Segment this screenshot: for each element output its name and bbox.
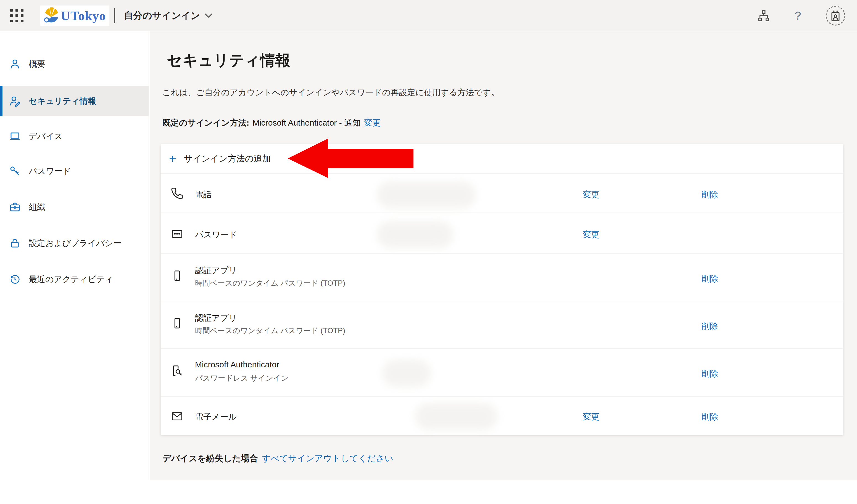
delete-link[interactable]: 削除 xyxy=(688,368,732,380)
briefcase-icon xyxy=(9,201,21,213)
delete-link[interactable]: 削除 xyxy=(688,273,732,284)
top-bar-actions: ? xyxy=(756,0,846,31)
method-name: パスワード xyxy=(195,229,237,240)
delete-link[interactable]: 削除 xyxy=(688,321,732,332)
utokyo-ginkgo-icon xyxy=(43,7,59,24)
method-name: 電子メール xyxy=(195,411,237,422)
mail-icon xyxy=(169,410,185,422)
change-link[interactable]: 変更 xyxy=(569,229,613,240)
mobile-icon xyxy=(169,317,185,330)
mobile-icon xyxy=(169,270,185,282)
laptop-icon xyxy=(9,130,21,142)
history-icon xyxy=(9,273,21,285)
header-divider xyxy=(114,8,115,23)
method-desc: パスワードレス サインイン xyxy=(195,373,288,383)
method-row-phone: 電話 変更 削除 xyxy=(161,174,843,213)
sidebar-item-security-info[interactable]: セキュリティ情報 xyxy=(0,86,149,116)
default-signin-method: 既定のサインイン方法: Microsoft Authenticator - 通知… xyxy=(163,117,381,128)
page-title: セキュリティ情報 xyxy=(167,50,290,71)
lock-icon xyxy=(9,237,21,249)
method-desc: 時間ベースのワンタイム パスワード (TOTP) xyxy=(195,326,345,336)
lost-device-label: デバイスを紛失した場合 xyxy=(163,453,258,464)
org-switcher-icon[interactable] xyxy=(756,8,771,23)
sidebar-item-label: 設定およびプライバシー xyxy=(29,238,121,249)
sidebar-item-label: パスワード xyxy=(29,166,71,177)
app-title: 自分のサインイン xyxy=(124,10,200,22)
utokyo-logo[interactable]: UTokyo xyxy=(40,5,110,26)
delete-link[interactable]: 削除 xyxy=(688,411,732,422)
default-method-change-link[interactable]: 変更 xyxy=(364,117,381,128)
sidebar-item-label: セキュリティ情報 xyxy=(29,95,96,107)
sidebar-item-settings-privacy[interactable]: 設定およびプライバシー xyxy=(0,228,149,258)
password-icon xyxy=(169,227,185,240)
key-icon xyxy=(9,165,21,177)
change-link[interactable]: 変更 xyxy=(569,411,613,422)
sidebar-item-recent-activity[interactable]: 最近のアクティビティ xyxy=(0,264,149,295)
method-row-email: 電子メール 変更 削除 xyxy=(161,397,843,435)
default-method-value: Microsoft Authenticator - 通知 xyxy=(252,117,361,128)
add-signin-method-button[interactable]: サインイン方法の追加 xyxy=(161,144,843,174)
method-name: Microsoft Authenticator xyxy=(195,360,279,369)
utokyo-wordmark: UTokyo xyxy=(61,8,106,23)
sidebar-item-label: デバイス xyxy=(29,131,63,142)
method-row-password: パスワード 変更 xyxy=(161,213,843,254)
authenticator-icon xyxy=(169,364,185,377)
person-icon xyxy=(9,58,21,70)
app-launcher-icon[interactable] xyxy=(9,8,25,24)
sidebar-item-label: 組織 xyxy=(29,202,45,213)
chevron-down-icon xyxy=(205,13,213,18)
sidebar-item-label: 最近のアクティビティ xyxy=(29,274,113,285)
change-link[interactable]: 変更 xyxy=(569,189,613,201)
method-desc: 時間ベースのワンタイム パスワード (TOTP) xyxy=(195,278,345,288)
sign-out-all-link[interactable]: すべてサインアウトしてください xyxy=(262,453,393,464)
redacted-value xyxy=(377,181,475,208)
account-badge-icon[interactable] xyxy=(825,5,846,26)
add-signin-method-label: サインイン方法の追加 xyxy=(184,153,271,164)
method-row-ms-authenticator: Microsoft Authenticator パスワードレス サインイン 削除 xyxy=(161,349,843,397)
method-row-totp-1: 認証アプリ 時間ベースのワンタイム パスワード (TOTP) 削除 xyxy=(161,254,843,301)
page-subtitle: これは、ご自分のアカウントへのサインインやパスワードの再設定に使用する方法です。 xyxy=(163,87,499,98)
person-edit-icon xyxy=(9,95,21,107)
top-bar: UTokyo 自分のサインイン ? xyxy=(0,0,857,31)
footer-strip xyxy=(0,480,857,504)
sidebar-item-label: 概要 xyxy=(29,58,45,70)
app-title-dropdown[interactable]: 自分のサインイン xyxy=(124,0,213,31)
phone-icon xyxy=(169,187,185,200)
signin-methods-card: サインイン方法の追加 電話 変更 削除 パスワード 変更 xyxy=(161,144,843,435)
method-row-totp-2: 認証アプリ 時間ベースのワンタイム パスワード (TOTP) 削除 xyxy=(161,301,843,349)
method-name: 認証アプリ xyxy=(195,265,237,276)
redacted-value xyxy=(415,403,497,430)
lost-device-line: デバイスを紛失した場合 すべてサインアウトしてください xyxy=(163,453,393,464)
method-name: 認証アプリ xyxy=(195,312,237,324)
redacted-value xyxy=(383,360,431,386)
sidebar-item-overview[interactable]: 概要 xyxy=(0,49,149,79)
help-icon[interactable]: ? xyxy=(791,8,805,23)
sidebar-item-organizations[interactable]: 組織 xyxy=(0,192,149,222)
redacted-value xyxy=(377,221,453,248)
sidebar-nav: 概要 セキュリティ情報 デバイス パスワード xyxy=(0,31,149,480)
delete-link[interactable]: 削除 xyxy=(688,189,732,201)
plus-icon xyxy=(168,154,177,163)
sidebar-item-password[interactable]: パスワード xyxy=(0,156,149,186)
sidebar-item-devices[interactable]: デバイス xyxy=(0,121,149,152)
method-name: 電話 xyxy=(195,189,212,201)
default-method-label: 既定のサインイン方法: xyxy=(163,117,249,128)
